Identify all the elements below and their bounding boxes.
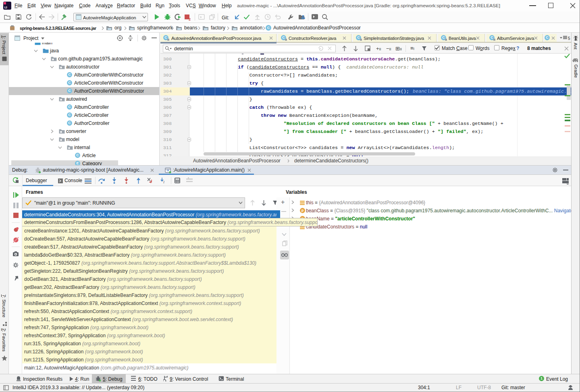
svg-text:I: I [163,180,165,184]
